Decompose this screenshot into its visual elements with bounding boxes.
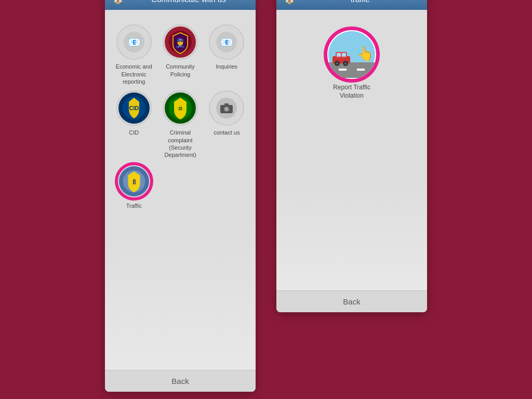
- screens-container: 🏠 Communicate with us 📧 Economic and Ele…: [105, 0, 427, 392]
- economic-item[interactable]: 📧 Economic and Electronic reporting: [113, 24, 154, 85]
- svg-text:👮: 👮: [175, 38, 185, 48]
- svg-point-32: [344, 62, 347, 64]
- home-icon-1[interactable]: 🏠: [112, 0, 124, 5]
- screen1-title: Communicate with us: [129, 0, 248, 4]
- svg-point-16: [225, 108, 228, 111]
- svg-text:📧: 📧: [127, 36, 140, 48]
- inquiries-label: Inquiries: [216, 63, 238, 70]
- report-traffic-icon-circle: 👆: [326, 29, 378, 81]
- svg-text:🚦: 🚦: [131, 179, 137, 185]
- inquiries-icon-circle: 📧: [209, 24, 244, 60]
- screen2-header: 🏠 traffic: [276, 0, 427, 10]
- screen1-body: 📧 Economic and Electronic reporting 👮: [105, 10, 256, 369]
- screen1: 🏠 Communicate with us 📧 Economic and Ele…: [105, 0, 256, 392]
- screen1-back-button[interactable]: Back: [105, 370, 256, 392]
- criminal-label: Criminal complaint (Security Department): [159, 129, 201, 158]
- contact-icon-circle: [209, 90, 244, 126]
- economic-label: Economic and Electronic reporting: [113, 63, 154, 85]
- contact-label: contact us: [214, 129, 240, 136]
- traffic-icons-grid: 👆 Report Traffic Violation: [283, 20, 421, 108]
- icons-grid-1: 📧 Economic and Electronic reporting 👮: [111, 20, 249, 214]
- community-icon-circle: 👮: [163, 24, 198, 60]
- cid-label: CID: [129, 129, 139, 136]
- screen2: 🏠 traffic: [276, 0, 427, 312]
- inquiries-item[interactable]: 📧 Inquiries: [206, 24, 247, 85]
- screen2-body: 👆 Report Traffic Violation: [276, 10, 427, 290]
- contact-item[interactable]: contact us: [206, 90, 247, 158]
- community-label: Community Policing: [159, 63, 201, 78]
- svg-text:⚖: ⚖: [178, 106, 182, 111]
- traffic-item[interactable]: 🚦 Traffic: [113, 164, 154, 209]
- criminal-icon-circle: ⚖: [163, 90, 198, 126]
- empty-area-2: [283, 109, 421, 264]
- svg-rect-24: [357, 69, 365, 71]
- report-traffic-item[interactable]: 👆 Report Traffic Violation: [326, 29, 378, 100]
- svg-text:CID: CID: [129, 105, 139, 111]
- criminal-item[interactable]: ⚖ Criminal complaint (Security Departmen…: [159, 90, 201, 158]
- traffic-label: Traffic: [126, 202, 142, 209]
- traffic-icon-circle: 🚦: [116, 164, 152, 199]
- cid-item[interactable]: CID CID: [113, 90, 154, 158]
- svg-rect-17: [224, 103, 229, 105]
- svg-text:📧: 📧: [220, 36, 233, 48]
- svg-rect-27: [337, 53, 341, 57]
- screen2-title: traffic: [300, 0, 420, 4]
- empty-area-1: [111, 214, 249, 370]
- report-traffic-label: Report Traffic Violation: [326, 84, 378, 100]
- economic-icon-circle: 📧: [116, 24, 152, 60]
- svg-rect-23: [339, 69, 347, 71]
- svg-point-30: [336, 62, 338, 64]
- home-icon-2[interactable]: 🏠: [284, 0, 295, 5]
- svg-rect-28: [342, 53, 346, 57]
- community-item[interactable]: 👮 Community Policing: [159, 24, 201, 85]
- screen2-back-button[interactable]: Back: [276, 290, 427, 312]
- svg-text:👆: 👆: [357, 45, 374, 62]
- screen1-header: 🏠 Communicate with us: [105, 0, 256, 10]
- cid-icon-circle: CID: [116, 90, 152, 126]
